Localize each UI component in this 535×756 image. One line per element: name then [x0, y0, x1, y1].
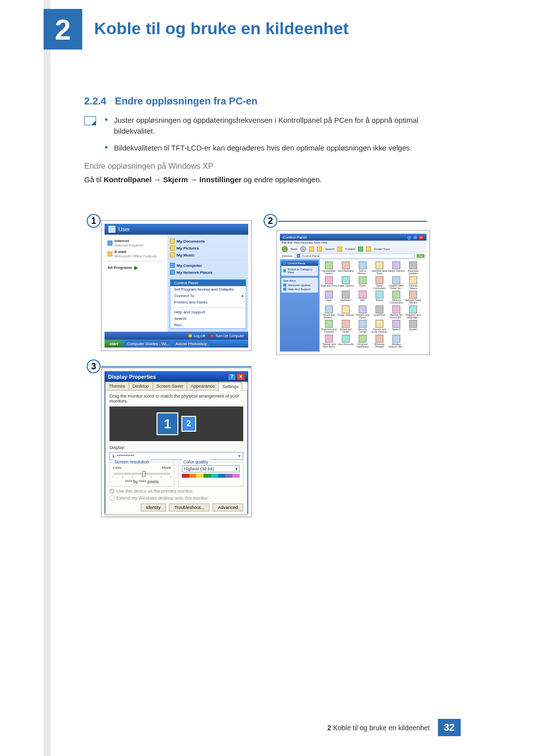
views-icon[interactable] [358, 247, 363, 252]
display-select[interactable]: 1. ********** ▾ [109, 452, 243, 460]
go-button[interactable]: Go [417, 254, 425, 258]
submenu-control-panel[interactable]: Control Panel [170, 280, 246, 286]
turnoff-button[interactable]: Turn Off Computer [210, 334, 244, 338]
sync-icon[interactable] [366, 247, 371, 252]
startmenu-email[interactable]: E-mail Microsoft Office Outlook [107, 249, 164, 259]
controlpanel-item[interactable]: Windows Firewall [371, 335, 388, 349]
footer-chapter-number: 2 [327, 724, 333, 732]
maximize-button[interactable]: □ [413, 235, 418, 240]
extend-desktop-checkbox[interactable]: Extend my Windows desktop onto this moni… [109, 496, 243, 501]
my-pictures[interactable]: My Pictures [170, 245, 246, 252]
submenu-set-program[interactable]: Set Program Access and Defaults [170, 286, 246, 293]
controlpanel-item[interactable]: Wireless Network Set... [388, 335, 405, 349]
taskbar-item[interactable]: Computer Guides - Wi... [125, 341, 171, 347]
monitor-1[interactable]: 1 [157, 412, 178, 435]
logoff-button[interactable]: Log Off [188, 334, 205, 338]
color-quality-select[interactable]: Highest (32 bit) ▾ [182, 465, 240, 472]
instruction-text: Drag the monitor icons to match the phys… [109, 394, 243, 403]
controlpanel-item[interactable]: Internet Options [405, 276, 422, 290]
controlpanel-item[interactable]: QuickTime [371, 305, 388, 319]
startmenu-user: User [118, 226, 130, 232]
applet-icon [325, 291, 333, 299]
help-support-link[interactable]: Help and Support [283, 287, 316, 291]
controlpanel-item[interactable]: Windows CardSpace [354, 335, 371, 349]
slider-thumb[interactable] [142, 471, 146, 477]
controlpanel-item[interactable]: Mail [354, 291, 371, 304]
all-programs[interactable]: All Programs ▶ [107, 263, 164, 271]
tab-appearance[interactable]: Appearance [187, 382, 219, 391]
controlpanel-item[interactable]: Sounds and Audio Devices [371, 320, 388, 334]
sidebar: Control Panel Switch to Category View Se… [280, 259, 320, 352]
controlpanel-item[interactable]: Date and Time [321, 276, 337, 290]
controlpanel-item[interactable]: Scheduled Tasks [337, 320, 354, 334]
controlpanel-item[interactable]: Game Controllers [371, 276, 388, 290]
controlpanel-item[interactable]: Network Connections [388, 291, 405, 304]
address-field[interactable]: Control Panel [295, 253, 415, 258]
my-documents[interactable]: My Documents [170, 238, 246, 245]
controlpanel-item[interactable]: Java [321, 291, 337, 304]
controlpanel-item[interactable]: Scanners and Cameras [321, 320, 337, 334]
controlpanel-item[interactable]: Power Options [337, 305, 354, 319]
controlpanel-item[interactable]: Regional and Language... [405, 305, 422, 319]
my-music[interactable]: My Music [170, 252, 246, 258]
folders-icon[interactable] [337, 247, 342, 252]
submenu-printers[interactable]: Printers and Faxes [170, 299, 246, 305]
submenu-search[interactable]: Search [170, 315, 246, 322]
tab-screen-saver[interactable]: Screen Saver [153, 382, 188, 391]
forward-button[interactable] [300, 246, 306, 252]
primary-monitor-checkbox[interactable]: Use this device as the primary monitor. [109, 489, 243, 494]
startmenu-internet[interactable]: Internet Internet Explorer [107, 238, 164, 249]
submenu-connect-to[interactable]: Connect To▸ [170, 293, 246, 299]
body-skjerm: Skjerm [163, 175, 188, 184]
switch-view-link[interactable]: Switch to Category View [283, 267, 316, 274]
close-button[interactable]: × [419, 235, 424, 240]
controlpanel-item[interactable]: Phone and Modem... [321, 305, 337, 319]
windows-update-link[interactable]: Windows Update [283, 283, 316, 287]
tab-themes[interactable]: Themes [105, 382, 129, 391]
controlpanel-item[interactable]: Network Setup Wizard [405, 291, 422, 304]
minimize-button[interactable]: _ [407, 235, 412, 240]
back-button[interactable] [282, 246, 288, 252]
help-button[interactable]: ? [228, 373, 236, 380]
resolution-slider[interactable] [114, 473, 170, 475]
monitor-2[interactable]: 2 [181, 416, 196, 432]
tab-settings[interactable]: Settings [218, 382, 243, 391]
controlpanel-item[interactable]: Taskbar and Start Menu [321, 335, 337, 349]
troubleshoot-button[interactable]: Troubleshoot... [169, 504, 210, 511]
controlpanel-item[interactable]: Adobe Gamma [388, 261, 405, 275]
controlpanel-item[interactable]: Realtek HD Sound Eff... [388, 305, 405, 319]
submenu-run[interactable]: Run... [170, 322, 246, 328]
controlpanel-item[interactable]: Automatic Updates [405, 261, 422, 275]
controlpanel-item[interactable]: Printers and Faxes [354, 305, 371, 319]
up-icon[interactable] [309, 247, 314, 252]
resolution-value: **** by **** pixels [113, 479, 171, 484]
my-network-places[interactable]: My Network Places [170, 269, 246, 276]
controlpanel-item[interactable]: Mouse [371, 291, 388, 304]
start-button[interactable]: start [105, 340, 123, 348]
controlpanel-item[interactable]: Keyboard [337, 291, 354, 304]
applet-label: Taskbar and Start Menu [321, 343, 337, 349]
controlpanel-item[interactable]: Add or Remov... [354, 261, 371, 275]
controlpanel-item[interactable]: Security Center [354, 320, 371, 334]
menubar[interactable]: File Edit View Favorites Tools Help [280, 241, 427, 246]
search-icon[interactable] [317, 247, 322, 252]
controlpanel-item[interactable]: Add Hardware [337, 261, 354, 275]
taskbar-item[interactable]: Adobe Photoshop [173, 341, 209, 347]
controlpanel-item[interactable]: Intel(R) GMA Driver for... [388, 276, 405, 290]
controlpanel-item[interactable]: User Accounts [337, 335, 354, 349]
submenu-help[interactable]: Help and Support [170, 309, 246, 315]
controlpanel-item[interactable]: Accessibility Options [321, 261, 337, 275]
controlpanel-item[interactable]: System [405, 320, 422, 334]
my-computer[interactable]: My Computer [170, 262, 246, 269]
monitor-arrangement[interactable]: 1 2 [109, 406, 243, 441]
controlpanel-item[interactable]: Folder Options [337, 276, 354, 290]
controlpanel-item[interactable]: Speech [388, 320, 405, 334]
identity-button[interactable]: Identity [141, 504, 166, 511]
step-marker-1: 1 [87, 214, 101, 228]
controlpanel-item[interactable]: Administrative Tools [371, 261, 388, 275]
label: Printers and Faxes [174, 300, 208, 304]
advanced-button[interactable]: Advanced [213, 504, 243, 511]
tab-desktop[interactable]: Desktop [129, 382, 153, 391]
controlpanel-item[interactable]: Fonts [354, 276, 371, 290]
close-button[interactable]: × [237, 373, 245, 380]
